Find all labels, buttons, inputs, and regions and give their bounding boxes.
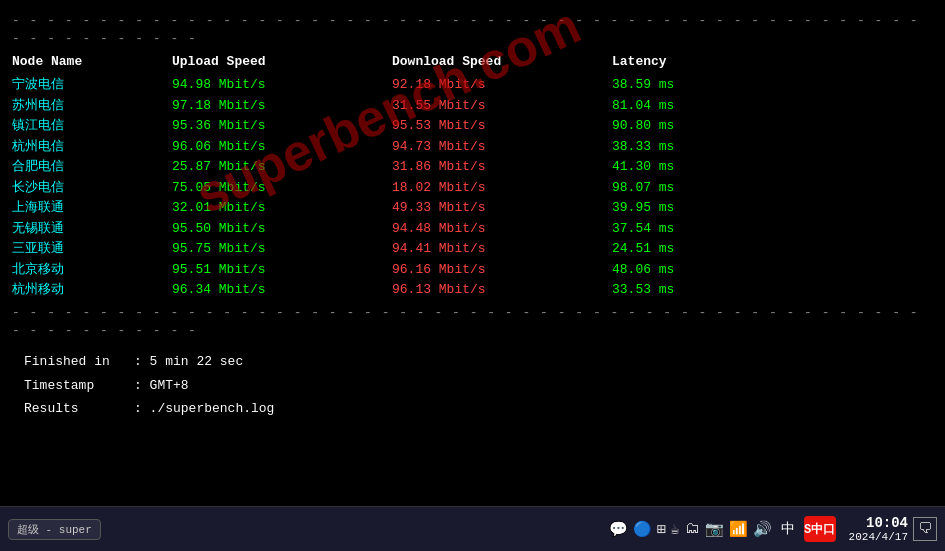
latency-value: 48.06 ms xyxy=(612,260,792,280)
footer-info: Finished in: 5 min 22 sec Timestamp: GMT… xyxy=(12,344,933,426)
latency-value: 90.80 ms xyxy=(612,116,792,136)
upload-speed: 97.18 Mbit/s xyxy=(172,96,392,116)
wifi-icon[interactable]: 📶 xyxy=(729,520,748,539)
header-upload: Upload Speed xyxy=(172,54,392,69)
upload-speed: 94.98 Mbit/s xyxy=(172,75,392,95)
wechat-icon[interactable]: 💬 xyxy=(609,520,628,539)
latency-value: 37.54 ms xyxy=(612,219,792,239)
upload-speed: 96.06 Mbit/s xyxy=(172,137,392,157)
table-row: 杭州移动 96.34 Mbit/s 96.13 Mbit/s 33.53 ms xyxy=(12,280,933,300)
latency-value: 38.59 ms xyxy=(612,75,792,95)
download-speed: 18.02 Mbit/s xyxy=(392,178,612,198)
node-name: 无锡联通 xyxy=(12,219,172,239)
download-speed: 31.55 Mbit/s xyxy=(392,96,612,116)
table-row: 三亚联通 95.75 Mbit/s 94.41 Mbit/s 24.51 ms xyxy=(12,239,933,259)
clock: 10:04 2024/4/17 xyxy=(849,515,908,543)
dashed-mid: - - - - - - - - - - - - - - - - - - - - … xyxy=(12,304,933,340)
latency-value: 33.53 ms xyxy=(612,280,792,300)
folder-icon[interactable]: 🗂 xyxy=(685,520,700,538)
sougou-icon[interactable]: S中口 xyxy=(804,516,836,542)
results-value: : ./superbench.log xyxy=(134,401,274,416)
download-speed: 94.73 Mbit/s xyxy=(392,137,612,157)
camera-icon[interactable]: 📷 xyxy=(705,520,724,539)
header-download: Download Speed xyxy=(392,54,612,69)
timestamp-value: : GMT+8 xyxy=(134,378,189,393)
upload-speed: 25.87 Mbit/s xyxy=(172,157,392,177)
results-label: Results xyxy=(24,397,134,420)
table-row: 合肥电信 25.87 Mbit/s 31.86 Mbit/s 41.30 ms xyxy=(12,157,933,177)
table-body: 宁波电信 94.98 Mbit/s 92.18 Mbit/s 38.59 ms … xyxy=(12,75,933,300)
header-latency: Latency xyxy=(612,54,792,69)
volume-icon[interactable]: 🔊 xyxy=(753,520,772,539)
table-row: 长沙电信 75.05 Mbit/s 18.02 Mbit/s 98.07 ms xyxy=(12,178,933,198)
clock-time: 10:04 xyxy=(849,515,908,531)
download-speed: 31.86 Mbit/s xyxy=(392,157,612,177)
node-name: 三亚联通 xyxy=(12,239,172,259)
finished-label: Finished in xyxy=(24,350,134,373)
node-name: 镇江电信 xyxy=(12,116,172,136)
table-row: 镇江电信 95.36 Mbit/s 95.53 Mbit/s 90.80 ms xyxy=(12,116,933,136)
dashed-top: - - - - - - - - - - - - - - - - - - - - … xyxy=(12,12,933,48)
download-speed: 94.48 Mbit/s xyxy=(392,219,612,239)
upload-speed: 95.51 Mbit/s xyxy=(172,260,392,280)
clock-date: 2024/4/17 xyxy=(849,531,908,543)
download-speed: 96.16 Mbit/s xyxy=(392,260,612,280)
upload-speed: 96.34 Mbit/s xyxy=(172,280,392,300)
latency-value: 41.30 ms xyxy=(612,157,792,177)
app-label: 超级 - super xyxy=(17,524,92,536)
latency-value: 38.33 ms xyxy=(612,137,792,157)
timestamp-label: Timestamp xyxy=(24,374,134,397)
table-row: 杭州电信 96.06 Mbit/s 94.73 Mbit/s 38.33 ms xyxy=(12,137,933,157)
taskbar: 超级 - super 💬 🔵 ⊞ ☕ 🗂 📷 📶 🔊 中 S中口 10:04 2… xyxy=(0,506,945,551)
table-row: 苏州电信 97.18 Mbit/s 31.55 Mbit/s 81.04 ms xyxy=(12,96,933,116)
node-name: 苏州电信 xyxy=(12,96,172,116)
node-name: 宁波电信 xyxy=(12,75,172,95)
coffee-icon[interactable]: ☕ xyxy=(671,520,680,539)
node-name: 长沙电信 xyxy=(12,178,172,198)
download-speed: 49.33 Mbit/s xyxy=(392,198,612,218)
node-name: 杭州移动 xyxy=(12,280,172,300)
download-speed: 95.53 Mbit/s xyxy=(392,116,612,136)
download-speed: 96.13 Mbit/s xyxy=(392,280,612,300)
node-name: 杭州电信 xyxy=(12,137,172,157)
upload-speed: 75.05 Mbit/s xyxy=(172,178,392,198)
upload-speed: 32.01 Mbit/s xyxy=(172,198,392,218)
timestamp-row: Timestamp: GMT+8 xyxy=(24,374,921,397)
upload-speed: 95.75 Mbit/s xyxy=(172,239,392,259)
table-row: 无锡联通 95.50 Mbit/s 94.48 Mbit/s 37.54 ms xyxy=(12,219,933,239)
download-speed: 92.18 Mbit/s xyxy=(392,75,612,95)
table-row: 北京移动 95.51 Mbit/s 96.16 Mbit/s 48.06 ms xyxy=(12,260,933,280)
table-row: 上海联通 32.01 Mbit/s 49.33 Mbit/s 39.95 ms xyxy=(12,198,933,218)
latency-value: 98.07 ms xyxy=(612,178,792,198)
table-row: 宁波电信 94.98 Mbit/s 92.18 Mbit/s 38.59 ms xyxy=(12,75,933,95)
bluetooth-icon[interactable]: 🔵 xyxy=(633,520,652,539)
upload-speed: 95.50 Mbit/s xyxy=(172,219,392,239)
node-name: 合肥电信 xyxy=(12,157,172,177)
finished-value: : 5 min 22 sec xyxy=(134,354,243,369)
header-node: Node Name xyxy=(12,54,172,69)
taskbar-app[interactable]: 超级 - super xyxy=(8,519,101,540)
latency-value: 24.51 ms xyxy=(612,239,792,259)
input-method-icon[interactable]: 中 xyxy=(777,518,799,540)
node-name: 北京移动 xyxy=(12,260,172,280)
upload-speed: 95.36 Mbit/s xyxy=(172,116,392,136)
terminal-area: - - - - - - - - - - - - - - - - - - - - … xyxy=(0,0,945,490)
taskbar-right: 💬 🔵 ⊞ ☕ 🗂 📷 📶 🔊 中 S中口 10:04 2024/4/17 🗨 xyxy=(609,515,937,543)
finished-row: Finished in: 5 min 22 sec xyxy=(24,350,921,373)
download-speed: 94.41 Mbit/s xyxy=(392,239,612,259)
results-row: Results: ./superbench.log xyxy=(24,397,921,420)
notification-button[interactable]: 🗨 xyxy=(913,517,937,541)
latency-value: 81.04 ms xyxy=(612,96,792,116)
taskbar-left: 超级 - super xyxy=(8,519,609,540)
table-header: Node Name Upload Speed Download Speed La… xyxy=(12,52,933,71)
node-name: 上海联通 xyxy=(12,198,172,218)
latency-value: 39.95 ms xyxy=(612,198,792,218)
windows-icon[interactable]: ⊞ xyxy=(657,520,666,539)
